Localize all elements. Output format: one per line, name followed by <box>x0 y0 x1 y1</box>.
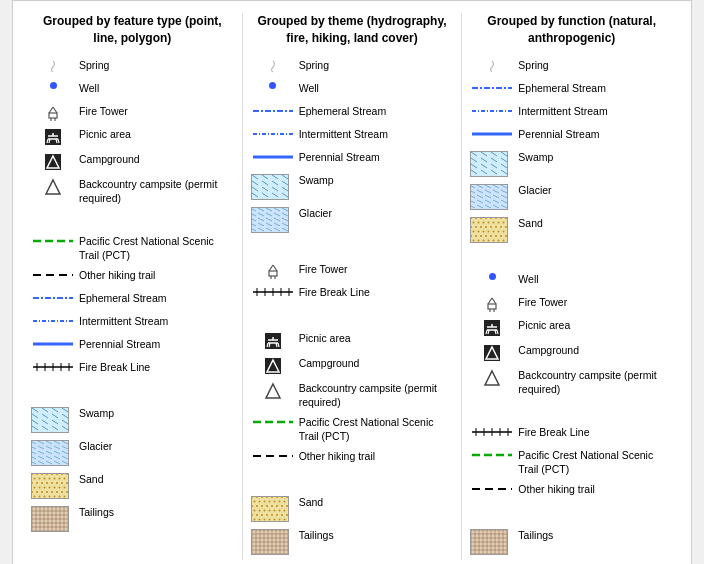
svg-point-341 <box>490 218 492 219</box>
symbol-well-blue <box>470 271 514 280</box>
item-label: Intermittent Stream <box>299 126 454 141</box>
svg-point-230 <box>268 501 270 503</box>
svg-line-322 <box>471 200 475 203</box>
legend-item: Ephemeral Stream <box>31 290 234 308</box>
svg-line-27 <box>32 408 38 412</box>
svg-point-93 <box>32 482 33 484</box>
legend-item: Tailings <box>470 527 673 555</box>
svg-point-338 <box>475 218 477 219</box>
svg-line-48 <box>38 441 44 444</box>
item-label: Intermittent Stream <box>518 103 673 118</box>
svg-line-311 <box>501 185 507 188</box>
svg-line-320 <box>493 195 499 198</box>
legend-item: Spring <box>31 57 234 75</box>
svg-point-344 <box>505 218 507 219</box>
svg-point-342 <box>495 218 497 219</box>
legend-item <box>251 307 454 325</box>
svg-point-107 <box>64 487 66 489</box>
legend-item: Intermittent Stream <box>470 103 673 121</box>
svg-point-247 <box>273 510 275 512</box>
svg-point-242 <box>286 505 288 507</box>
item-label: Picnic area <box>299 330 454 345</box>
svg-point-261 <box>263 519 265 521</box>
legend-item: Backcountry campsite (permit required) <box>251 380 454 409</box>
svg-point-337 <box>471 218 472 219</box>
legend-item: Picnic area <box>31 126 234 146</box>
symbol-picnic <box>31 126 75 146</box>
svg-line-327 <box>471 205 475 208</box>
svg-point-372 <box>485 235 487 237</box>
legend-item: Picnic area <box>470 317 673 337</box>
svg-line-155 <box>272 187 278 191</box>
svg-point-362 <box>478 230 480 232</box>
symbol-line-intermittent <box>470 103 514 117</box>
svg-point-371 <box>480 235 482 237</box>
svg-line-330 <box>493 205 499 208</box>
svg-point-100 <box>66 482 68 484</box>
symbol-tex-tailings <box>31 504 75 532</box>
svg-line-47 <box>32 441 36 444</box>
svg-line-303 <box>471 176 477 177</box>
svg-point-249 <box>283 510 285 512</box>
symbol-line-hiking <box>251 448 295 462</box>
svg-point-363 <box>483 230 485 232</box>
legend-item <box>31 210 234 228</box>
svg-line-308 <box>477 185 483 188</box>
svg-line-290 <box>501 152 507 156</box>
svg-point-117 <box>34 496 36 498</box>
svg-line-1 <box>49 107 53 113</box>
svg-point-339 <box>480 218 482 219</box>
svg-point-262 <box>268 519 270 521</box>
item-label: Pacific Crest National Scenic Trail (PCT… <box>79 233 234 262</box>
legend-item: Fire Tower <box>470 294 673 312</box>
symbol-spring-gray <box>470 57 514 73</box>
legend-item: Intermittent Stream <box>251 126 454 144</box>
svg-point-258 <box>286 514 288 516</box>
svg-point-220 <box>256 497 258 498</box>
svg-line-34 <box>62 414 68 418</box>
svg-point-360 <box>505 226 507 228</box>
svg-line-30 <box>62 408 68 412</box>
symbol-backcountry <box>251 380 295 400</box>
legend-item: Pacific Crest National Scenic Trail (PCT… <box>251 414 454 443</box>
svg-point-381 <box>493 239 495 241</box>
svg-point-383 <box>503 239 505 241</box>
svg-point-343 <box>500 218 502 219</box>
svg-point-222 <box>266 497 268 498</box>
item-label: Sand <box>79 471 234 486</box>
svg-line-33 <box>52 414 58 418</box>
symbol-tex-swamp <box>470 149 514 177</box>
svg-line-294 <box>501 158 507 162</box>
svg-point-91 <box>64 478 66 480</box>
item-label: Other hiking trail <box>518 481 673 496</box>
svg-point-108 <box>69 487 70 489</box>
svg-line-171 <box>258 213 264 216</box>
svg-line-167 <box>266 208 272 211</box>
svg-point-251 <box>252 514 253 516</box>
svg-line-300 <box>481 170 487 174</box>
item-label: Campground <box>299 355 454 370</box>
legend-item: Well <box>470 271 673 289</box>
legend-item <box>31 382 234 400</box>
svg-line-296 <box>481 164 487 168</box>
legend-item: Pacific Crest National Scenic Trail (PCT… <box>31 233 234 262</box>
svg-point-110 <box>36 491 38 493</box>
svg-point-255 <box>271 514 273 516</box>
symbol-line-firebreak <box>470 424 514 438</box>
svg-point-384 <box>508 239 509 241</box>
svg-point-82 <box>56 474 58 475</box>
svg-point-124 <box>69 496 70 498</box>
svg-line-313 <box>477 190 483 193</box>
svg-line-315 <box>493 190 499 193</box>
legend-container: Grouped by feature type (point, line, po… <box>12 0 692 564</box>
svg-point-237 <box>261 505 263 507</box>
legend-item: Perennial Stream <box>251 149 454 167</box>
svg-line-324 <box>485 200 491 203</box>
svg-point-225 <box>281 497 283 498</box>
svg-point-103 <box>44 487 46 489</box>
svg-line-189 <box>282 228 288 231</box>
svg-point-369 <box>471 235 472 237</box>
svg-line-49 <box>46 441 52 444</box>
svg-point-233 <box>283 501 285 503</box>
symbol-line-ephemeral <box>251 103 295 117</box>
